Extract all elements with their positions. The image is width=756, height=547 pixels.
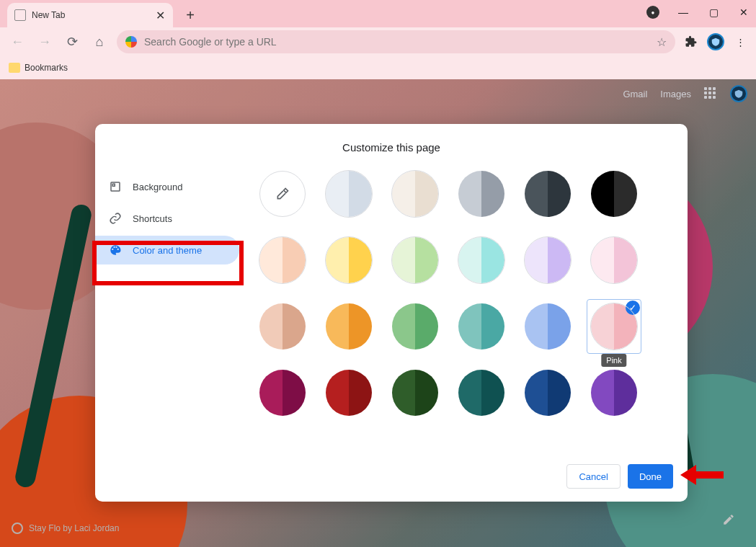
profile-avatar[interactable] bbox=[707, 33, 724, 50]
color-swatch[interactable] bbox=[259, 237, 306, 283]
color-swatch[interactable] bbox=[525, 171, 571, 217]
bookmarks-folder-label: Bookmarks bbox=[25, 63, 68, 73]
tooltip: Pink bbox=[601, 354, 626, 367]
home-button[interactable]: ⌂ bbox=[89, 32, 110, 52]
color-swatch[interactable] bbox=[591, 171, 637, 217]
background-icon bbox=[108, 180, 123, 193]
tab-strip: New Tab ✕ + — ▢ ✕ bbox=[0, 0, 756, 27]
check-icon: ✓ bbox=[626, 301, 640, 315]
dialog-actions: Cancel Done bbox=[566, 464, 673, 489]
sidebar-item-label: Shortcuts bbox=[133, 213, 172, 224]
address-bar[interactable]: ☆ bbox=[117, 30, 675, 53]
color-swatch[interactable] bbox=[458, 370, 504, 416]
color-swatch[interactable] bbox=[326, 237, 372, 283]
dialog-body: Background Shortcuts Color and theme ✓Pi… bbox=[95, 162, 688, 416]
new-tab-button[interactable]: + bbox=[180, 5, 200, 25]
color-swatch[interactable] bbox=[591, 370, 637, 416]
color-swatch-grid: ✓Pink bbox=[259, 171, 667, 416]
maximize-button[interactable]: ▢ bbox=[707, 6, 720, 19]
tab-title: New Tab bbox=[32, 10, 148, 20]
done-button[interactable]: Done bbox=[628, 464, 673, 489]
color-swatch[interactable] bbox=[259, 303, 306, 350]
annotation-highlight bbox=[92, 241, 244, 285]
cancel-button[interactable]: Cancel bbox=[566, 464, 620, 489]
color-swatch[interactable] bbox=[326, 370, 372, 416]
color-swatch[interactable] bbox=[525, 303, 571, 350]
color-swatch[interactable] bbox=[392, 237, 438, 283]
search-input[interactable] bbox=[144, 36, 649, 48]
color-swatch[interactable] bbox=[392, 171, 438, 217]
color-swatch[interactable] bbox=[458, 237, 504, 283]
forward-button[interactable]: → bbox=[35, 32, 55, 52]
back-button[interactable]: ← bbox=[7, 32, 27, 52]
minimize-button[interactable]: — bbox=[677, 6, 690, 19]
sidebar-item-label: Background bbox=[133, 182, 182, 192]
color-swatch-selected[interactable]: ✓Pink bbox=[591, 303, 637, 350]
extensions-icon[interactable] bbox=[682, 33, 700, 50]
sidebar-item-shortcuts[interactable]: Shortcuts bbox=[95, 204, 239, 233]
color-swatch[interactable] bbox=[591, 237, 637, 283]
toolbar: ← → ⟳ ⌂ ☆ ⋮ bbox=[0, 27, 756, 56]
dialog-sidebar: Background Shortcuts Color and theme bbox=[95, 162, 239, 416]
browser-tab[interactable]: New Tab ✕ bbox=[7, 3, 173, 27]
incognito-icon bbox=[646, 6, 659, 19]
color-swatch[interactable] bbox=[259, 370, 306, 416]
kebab-menu-icon[interactable]: ⋮ bbox=[731, 33, 749, 50]
google-icon bbox=[125, 36, 137, 48]
bookmark-star-icon[interactable]: ☆ bbox=[657, 35, 667, 49]
color-swatch[interactable] bbox=[458, 171, 504, 217]
color-swatch[interactable] bbox=[525, 370, 571, 416]
close-tab-icon[interactable]: ✕ bbox=[154, 9, 166, 21]
color-swatch[interactable] bbox=[392, 303, 438, 350]
color-swatch[interactable] bbox=[458, 303, 504, 350]
link-icon bbox=[108, 212, 123, 225]
bookmarks-bar: Bookmarks bbox=[0, 56, 756, 79]
color-picker-swatch[interactable] bbox=[259, 171, 306, 217]
color-swatch[interactable] bbox=[525, 237, 571, 283]
annotation-arrow bbox=[680, 461, 724, 492]
color-swatch[interactable] bbox=[326, 303, 372, 350]
reload-button[interactable]: ⟳ bbox=[62, 32, 82, 52]
svg-rect-1 bbox=[112, 184, 115, 186]
bookmarks-folder[interactable]: Bookmarks bbox=[9, 63, 68, 73]
folder-icon bbox=[9, 63, 20, 73]
dialog-title: Customize this page bbox=[95, 124, 688, 162]
tab-favicon bbox=[14, 9, 26, 21]
dialog-main: ✓Pink bbox=[239, 162, 688, 416]
sidebar-item-background[interactable]: Background bbox=[95, 172, 239, 201]
color-swatch[interactable] bbox=[392, 370, 438, 416]
customize-dialog: Customize this page Background Shortcuts… bbox=[95, 124, 688, 502]
window-controls: — ▢ ✕ bbox=[646, 6, 750, 19]
color-swatch[interactable] bbox=[326, 171, 372, 217]
close-window-button[interactable]: ✕ bbox=[737, 6, 750, 19]
